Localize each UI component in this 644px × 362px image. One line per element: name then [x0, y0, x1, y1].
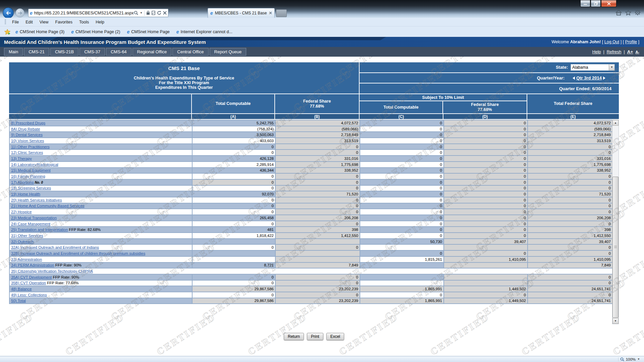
logout-link[interactable]: Log Out	[604, 40, 619, 44]
value-cell: 0	[444, 209, 528, 215]
favorite-item-3[interactable]: eCMSnet Home Page	[123, 28, 173, 35]
forward-button[interactable]	[15, 8, 24, 17]
return-button[interactable]: Return	[284, 333, 304, 340]
tab-close-icon[interactable]: ✕	[269, 11, 272, 15]
service-link[interactable]: 50) Total	[11, 299, 26, 303]
value-cell: 0	[360, 185, 444, 191]
address-dropdown-icon[interactable]: ▼	[140, 11, 143, 14]
search-icon[interactable]	[134, 11, 138, 15]
font-increase-link[interactable]: A+	[627, 49, 633, 54]
service-link[interactable]: 32A) Increased Outreach and Enrollment o…	[11, 245, 99, 249]
value-cell: 0	[360, 173, 444, 179]
service-link[interactable]: 13) Therapy	[11, 157, 32, 161]
scrollbar-thumb[interactable]	[612, 177, 619, 318]
help-link[interactable]: Help	[592, 50, 601, 54]
browser-toolbar: e https://65.220.21.9/MBESCBES/CMS21/CMS…	[0, 7, 644, 18]
service-link[interactable]: 32B) Increase Outreach and Enrollment of…	[11, 251, 145, 255]
service-link[interactable]: 12) Clinic Services	[11, 150, 43, 155]
new-tab-button[interactable]	[276, 9, 287, 17]
value-cell: 0	[192, 274, 275, 280]
service-link[interactable]: 17) Abortions	[11, 180, 34, 184]
profile-link[interactable]: Profile	[625, 40, 637, 44]
nav-tab-cms-64[interactable]: CMS-64	[106, 48, 131, 56]
menu-help[interactable]: Help	[92, 19, 108, 25]
menu-favorites[interactable]: Favorites	[52, 19, 76, 25]
favorite-item-4[interactable]: eInternet Explorer cannot d...	[173, 28, 236, 35]
nav-tab-cms-21b[interactable]: CMS-21B	[50, 48, 78, 56]
back-button[interactable]	[3, 7, 14, 18]
service-link[interactable]: 21) Home And Community-Based Services	[11, 204, 85, 208]
menu-view[interactable]: View	[36, 19, 52, 25]
favorites-star-icon[interactable]	[625, 10, 631, 15]
service-link[interactable]: 22) Hospice	[11, 210, 32, 214]
service-link[interactable]: 14) Laboratory/Radiological	[11, 163, 58, 167]
nav-tab-report-queue[interactable]: Report Queue	[210, 48, 247, 56]
service-link[interactable]: 49) Less: Collections	[11, 293, 47, 297]
service-link[interactable]: 8A) Drug Rebate	[11, 127, 40, 131]
gear-icon[interactable]	[635, 9, 641, 15]
service-link[interactable]: 10) Vision Services	[11, 139, 44, 143]
value-cell: 0	[444, 138, 528, 144]
service-link[interactable]: 18) Screening Services	[11, 186, 51, 190]
menu-tools[interactable]: Tools	[76, 19, 92, 25]
value-cell: 1,815,261	[360, 256, 444, 262]
nav-tab-cms-37[interactable]: CMS-37	[79, 48, 105, 56]
address-bar[interactable]: e https://65.220.21.9/MBESCBES/CMS21/CMS…	[28, 9, 168, 17]
service-link[interactable]: 20) Health Services Initiatives	[11, 198, 62, 202]
quarter-link[interactable]: Qtr 3rd 2014	[576, 75, 602, 80]
service-link[interactable]: 8) Prescribed Drugs	[11, 121, 45, 125]
font-decrease-link[interactable]: A-	[635, 50, 639, 54]
service-link[interactable]: 35) Citizenship Verification Technology-…	[11, 269, 93, 273]
menu-edit[interactable]: Edit	[22, 19, 36, 25]
service-link[interactable]: 35B) CVT Operation	[11, 281, 46, 285]
minimize-button[interactable]	[580, 0, 590, 7]
service-link[interactable]: 25) Translation and Interpretation	[11, 228, 68, 232]
service-link[interactable]: 9) Dental Services	[11, 133, 43, 137]
favorite-item-2[interactable]: eCMSnet Home Page (2)	[68, 28, 123, 35]
close-button[interactable]	[601, 0, 616, 7]
service-link[interactable]: 34) PERM Administration	[11, 263, 54, 267]
state-select[interactable]: Alabama ▼	[571, 64, 615, 71]
browser-tab[interactable]: e MBES/CBES - CMS 21 Base ✕	[208, 8, 275, 18]
zoom-control[interactable]: 100% ▼	[618, 357, 644, 361]
service-link[interactable]: 19) Home Health	[11, 192, 40, 196]
service-link[interactable]: 31) Other Services	[11, 234, 43, 238]
restore-button[interactable]	[591, 0, 601, 7]
nav-tab-cms-21[interactable]: CMS-21	[24, 48, 49, 56]
service-link[interactable]: 11) Other Practitioners	[11, 145, 50, 149]
service-link[interactable]: 32) Outreach	[11, 240, 34, 244]
service-link[interactable]: 15) Medical Equipment	[11, 168, 51, 172]
value-cell: 0	[444, 185, 528, 191]
value-cell	[444, 280, 528, 286]
service-link[interactable]: 24) Case Management	[11, 222, 50, 226]
favorite-item-1[interactable]: eCMSnet Home Page (3)	[12, 28, 68, 35]
url-text[interactable]: https://65.220.21.9/MBESCBES/CMS21/CMS21…	[34, 11, 134, 15]
value-cell: 50,730	[360, 239, 444, 245]
state-select-arrow-icon[interactable]: ▼	[609, 64, 614, 70]
service-link[interactable]: 33) Administration	[11, 257, 42, 261]
scroll-up-icon[interactable]: ▲	[612, 120, 619, 126]
scroll-down-icon[interactable]: ▼	[612, 318, 619, 324]
compatibility-view-icon[interactable]	[152, 11, 155, 15]
excel-button[interactable]: Excel	[326, 333, 344, 340]
add-favorite-icon[interactable]	[4, 29, 11, 35]
quarter-next-icon[interactable]	[603, 76, 605, 80]
zoom-dropdown-icon[interactable]: ▼	[637, 358, 640, 361]
stop-icon[interactable]	[163, 11, 167, 15]
refresh-link[interactable]: Refresh	[607, 50, 622, 54]
value-cell: 0	[275, 149, 360, 156]
table-scrollbar[interactable]: ▲ ▼	[612, 120, 619, 324]
menu-file[interactable]: File	[9, 19, 22, 25]
service-link[interactable]: 48) Balance	[11, 287, 32, 291]
service-link[interactable]: 16) Family Planning	[11, 174, 45, 178]
home-icon[interactable]	[615, 10, 622, 15]
refresh-icon[interactable]	[157, 11, 161, 15]
nav-tab-main[interactable]: Main	[4, 48, 23, 56]
nav-tab-regional-office[interactable]: Regional Office	[132, 48, 172, 56]
table-row: 35A) CVT Development FFP Rate: 90%000	[9, 274, 612, 280]
service-link[interactable]: 23) Medical Transportation	[11, 216, 57, 220]
service-link[interactable]: 35A) CVT Development	[11, 275, 52, 279]
quarter-prev-icon[interactable]	[573, 76, 575, 80]
nav-tab-central-office[interactable]: Central Office	[172, 48, 208, 56]
print-button[interactable]: Print	[307, 333, 323, 340]
